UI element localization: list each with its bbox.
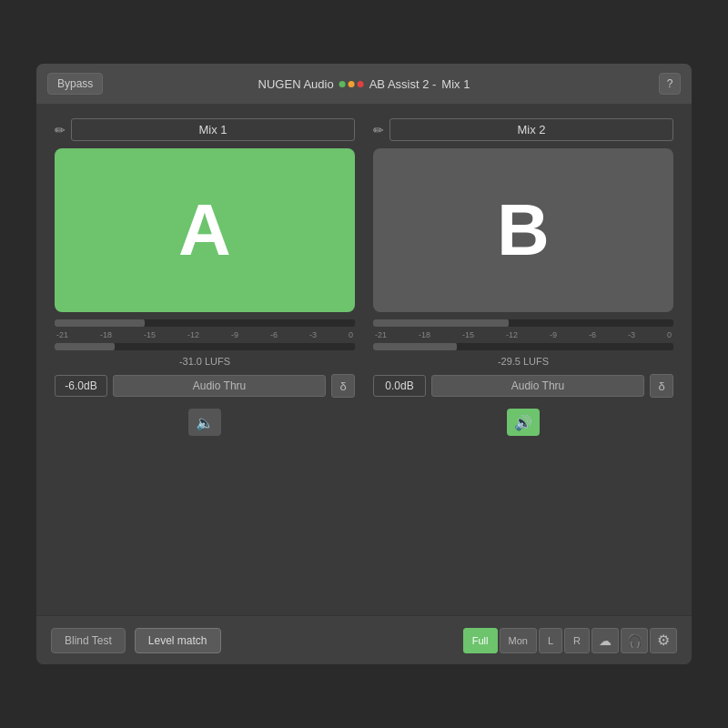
- monitor-l-btn[interactable]: L: [539, 628, 562, 653]
- monitor-cloud-btn[interactable]: ☁: [592, 628, 619, 653]
- mix-b-label-row: ✏: [373, 118, 673, 141]
- brand-name: NUGEN Audio: [258, 77, 334, 91]
- mix-b-name-input[interactable]: [389, 118, 673, 141]
- mix-a-meter-bar2: [55, 343, 115, 350]
- mix-b-scale: -21 -18 -15 -12 -9 -6 -3 0: [373, 330, 673, 339]
- mix-a-meter-bar-outer: [55, 319, 355, 327]
- mix-b-controls: 0.0dB Audio Thru δ: [373, 374, 673, 398]
- mix-title: Mix 1: [441, 77, 470, 91]
- main-content: ✏ A -21 -18 -15 -12 -9 -6 -3 0: [36, 104, 692, 615]
- mix-b-meter-bar-outer: [373, 319, 673, 327]
- monitor-headphones-btn[interactable]: 🎧: [621, 628, 648, 653]
- mix-a-label-row: ✏: [55, 118, 355, 141]
- mix-b-meter-bar2-outer: [373, 343, 673, 350]
- edit-b-icon[interactable]: ✏: [373, 123, 384, 137]
- help-button[interactable]: ?: [659, 73, 681, 95]
- monitor-r-btn[interactable]: R: [564, 628, 590, 653]
- monitor-mon-btn[interactable]: Mon: [500, 628, 537, 653]
- mix-b-button[interactable]: B: [373, 148, 673, 312]
- mix-b-db-display: 0.0dB: [373, 375, 426, 397]
- mix-b-delta-btn[interactable]: δ: [650, 374, 673, 398]
- mix-a-delta-btn[interactable]: δ: [331, 374, 355, 398]
- mix-a-audio-thru-btn[interactable]: Audio Thru: [113, 375, 326, 397]
- mix-a-letter: A: [178, 188, 231, 272]
- mix-b-lufs: -29.5 LUFS: [373, 356, 673, 367]
- mix-b-meter-bar: [373, 319, 509, 327]
- mix-a-name-input[interactable]: [71, 118, 355, 141]
- mix-a-speaker-row: 🔈: [55, 409, 355, 436]
- bottom-bar: Blind Test Level match Full Mon L R ☁ 🎧 …: [36, 615, 692, 664]
- settings-button[interactable]: ⚙: [650, 628, 677, 653]
- dot-red: [358, 81, 364, 87]
- mix-a-button[interactable]: A: [55, 148, 355, 312]
- mix-b-audio-thru-btn[interactable]: Audio Thru: [431, 375, 644, 397]
- status-dots: [339, 81, 364, 87]
- mix-a-meter-bar: [55, 319, 145, 327]
- mix-a-meter-bar2-outer: [55, 343, 355, 350]
- mix-a-meter: -21 -18 -15 -12 -9 -6 -3 0 -31.0 LUFS: [55, 319, 355, 367]
- bypass-button[interactable]: Bypass: [47, 73, 103, 95]
- header: Bypass NUGEN Audio AB Assist 2 - Mix 1 ?: [36, 64, 692, 104]
- mix-a-speaker-btn[interactable]: 🔈: [188, 409, 221, 436]
- mix-b-speaker-btn[interactable]: 🔊: [507, 409, 540, 436]
- mix-a-scale: -21 -18 -15 -12 -9 -6 -3 0: [55, 330, 355, 339]
- monitor-full-btn[interactable]: Full: [463, 628, 498, 653]
- blind-test-button[interactable]: Blind Test: [51, 628, 126, 653]
- edit-a-icon[interactable]: ✏: [55, 123, 66, 137]
- mix-b-speaker-row: 🔊: [373, 409, 673, 436]
- mix-a-db-display: -6.0dB: [55, 375, 107, 397]
- mix-b-letter: B: [497, 188, 550, 272]
- mix-b-meter: -21 -18 -15 -12 -9 -6 -3 0 -29.5 LUFS: [373, 319, 673, 367]
- mix-a-panel: ✏ A -21 -18 -15 -12 -9 -6 -3 0: [55, 118, 355, 606]
- mix-a-controls: -6.0dB Audio Thru δ: [55, 374, 355, 398]
- mix-b-panel: ✏ B -21 -18 -15 -12 -9 -6 -3 0: [373, 118, 673, 606]
- header-title: NUGEN Audio AB Assist 2 - Mix 1: [258, 77, 470, 91]
- monitor-buttons: Full Mon L R ☁ 🎧 ⚙: [463, 628, 677, 653]
- dot-green: [339, 81, 346, 87]
- plugin-window: Bypass NUGEN Audio AB Assist 2 - Mix 1 ?…: [36, 64, 692, 664]
- level-match-button[interactable]: Level match: [135, 628, 221, 653]
- mix-b-meter-bar2: [373, 343, 457, 350]
- mix-a-lufs: -31.0 LUFS: [55, 356, 355, 367]
- plugin-name: AB Assist 2 -: [369, 77, 437, 91]
- dot-orange: [349, 81, 355, 87]
